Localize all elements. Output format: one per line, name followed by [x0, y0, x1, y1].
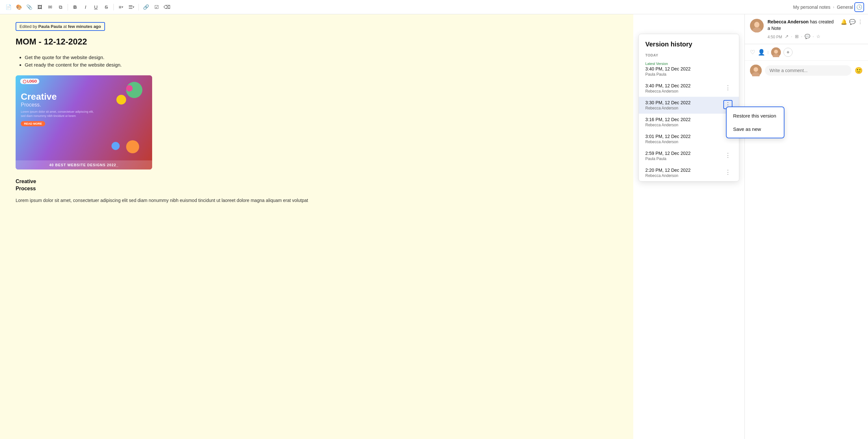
- list-icon[interactable]: ☰▾: [127, 3, 136, 12]
- image-icon[interactable]: 🖼: [35, 3, 44, 12]
- version-item-2[interactable]: 3:40 PM, 12 Dec 2022 Rebecca Anderson ⋮: [639, 80, 739, 97]
- edited-suffix: at: [62, 24, 68, 29]
- breadcrumb-note[interactable]: My personal notes: [793, 5, 830, 10]
- image-title-block: Creative Process. Lorem ipsum dolor sit …: [21, 92, 94, 126]
- italic-icon[interactable]: I: [81, 3, 90, 12]
- version-item-6[interactable]: 2:59 PM, 12 Dec 2022 Paula Paula ⋮: [639, 147, 739, 164]
- version-item-5[interactable]: 3:01 PM, 12 Dec 2022 Rebecca Anderson: [639, 131, 739, 147]
- version-item-1-info: Latest Version 3:40 PM, 12 Dec 2022 Paul…: [645, 62, 733, 77]
- underline-icon[interactable]: U: [91, 3, 100, 12]
- edited-badge: Edited by Paula Paula at few minutes ago: [16, 22, 105, 31]
- rs-reactions-row: ♡ 👤 | +: [745, 44, 868, 61]
- edited-prefix: Edited by: [20, 24, 38, 29]
- section-creative: Creative: [16, 178, 618, 184]
- deco-circle-5: [112, 142, 120, 150]
- bullet-item-1: Get the quote for the website design.: [25, 55, 618, 60]
- history-icon: 🕓: [856, 4, 863, 10]
- version-history-button[interactable]: 🕓: [854, 2, 864, 12]
- page-icon[interactable]: 📄: [4, 3, 13, 12]
- bold-icon[interactable]: B: [70, 3, 80, 12]
- version-7-author: Rebecca Anderson: [645, 173, 723, 178]
- toolbar: 📄 🎨 📎 🖼 ✉ ⧉ B I U S ≡▾ ☰▾ 🔗 ☑ ⌫ My perso…: [0, 0, 868, 14]
- breadcrumb-arrow: ›: [833, 5, 834, 9]
- image-big-text: Creative: [21, 92, 94, 102]
- rs-sub-row: 4:50 PM ↗ • ⊞ • 💬 • ☆: [768, 33, 837, 39]
- rs-reactions-divider: |: [768, 50, 769, 54]
- version-3-time: 3:30 PM, 12 Dec 2022: [645, 100, 723, 105]
- version-6-menu-btn[interactable]: ⋮: [723, 151, 733, 160]
- embed-icon[interactable]: ⧉: [56, 3, 65, 12]
- version-6-author: Paula Paula: [645, 157, 723, 161]
- rs-header-info: Rebecca Anderson has created a Note 4:50…: [768, 19, 837, 39]
- edited-time: few minutes ago: [68, 24, 101, 29]
- version-item-4[interactable]: 3:16 PM, 12 Dec 2022 Rebecca Anderson: [639, 114, 739, 131]
- send-icon[interactable]: ✉: [45, 3, 55, 12]
- image-footer-bar: 40 BEST WEBSITE DESIGNS 2022_: [16, 160, 152, 169]
- deco-circle-3: [126, 85, 133, 92]
- breadcrumb-section[interactable]: General: [837, 5, 853, 10]
- version-2-time: 3:40 PM, 12 Dec 2022: [645, 83, 723, 88]
- rs-notification-author: Rebecca Anderson: [768, 19, 808, 24]
- version-7-menu-btn[interactable]: ⋮: [723, 168, 733, 177]
- strikethrough-icon[interactable]: S: [102, 3, 111, 12]
- creative-process-image: ◯ LOGO Creative Process. Lorem ipsum dol…: [16, 75, 152, 169]
- rs-alarm-icon[interactable]: 🔔: [841, 19, 847, 25]
- rs-heart-icon[interactable]: ♡: [750, 49, 755, 56]
- rs-author-avatar: [750, 19, 764, 32]
- rs-comment-area: 🙂: [745, 61, 868, 80]
- divider-2: [114, 4, 114, 10]
- attachment-icon[interactable]: 📎: [25, 3, 34, 12]
- version-5-time: 3:01 PM, 12 Dec 2022: [645, 134, 733, 139]
- version-item-5-info: 3:01 PM, 12 Dec 2022 Rebecca Anderson: [645, 134, 733, 144]
- version-3-author: Rebecca Anderson: [645, 106, 723, 110]
- version-7-time: 2:20 PM, 12 Dec 2022: [645, 168, 723, 173]
- version-item-3[interactable]: 3:30 PM, 12 Dec 2022 Rebecca Anderson ⋮ …: [639, 97, 739, 114]
- align-icon[interactable]: ≡▾: [116, 3, 125, 12]
- version-context-menu: Restore this version Save as new: [726, 106, 784, 138]
- svg-point-4: [774, 50, 778, 54]
- version-item-3-info: 3:30 PM, 12 Dec 2022 Rebecca Anderson: [645, 100, 723, 110]
- rs-person-icon[interactable]: 👤: [758, 49, 765, 56]
- link-icon[interactable]: 🔗: [142, 3, 151, 12]
- rs-star-icon[interactable]: ☆: [816, 34, 820, 39]
- version-2-author: Rebecca Anderson: [645, 89, 723, 94]
- rs-bubble-icon[interactable]: 💬: [805, 34, 810, 39]
- version-1-time: 3:40 PM, 12 Dec 2022: [645, 66, 733, 71]
- rs-user-avatar-reaction: [771, 47, 781, 57]
- version-history-panel: Version history TODAY Latest Version 3:4…: [639, 34, 739, 181]
- section-process: Process: [16, 186, 618, 192]
- save-as-new-item[interactable]: Save as new: [726, 123, 784, 136]
- doc-paragraph: Lorem ipsum dolor sit amet, consectetuer…: [16, 197, 618, 204]
- version-item-1[interactable]: Latest Version 3:40 PM, 12 Dec 2022 Paul…: [639, 59, 739, 80]
- right-sidebar: Rebecca Anderson has created a Note 4:50…: [744, 14, 868, 439]
- rs-add-reaction-btn[interactable]: +: [783, 48, 793, 57]
- eraser-icon[interactable]: ⌫: [162, 3, 171, 12]
- image-read-btn: READ MORE: [21, 121, 45, 126]
- deco-circle-4: [126, 140, 139, 153]
- edited-author: Paula Paula: [38, 24, 62, 29]
- rs-external-icon[interactable]: ↗: [785, 34, 789, 39]
- version-1-author: Paula Paula: [645, 72, 733, 77]
- comment-input[interactable]: [765, 65, 851, 76]
- bullet-item-2: Get ready the content for the website de…: [25, 62, 618, 68]
- emoji-btn[interactable]: 🙂: [855, 67, 863, 74]
- image-sub-text: Process.: [21, 102, 94, 108]
- image-logo: ◯ LOGO: [20, 78, 39, 84]
- rs-more-icon[interactable]: ⋮: [858, 19, 863, 25]
- rs-time: 4:50 PM: [768, 35, 782, 39]
- restore-version-item[interactable]: Restore this version: [726, 109, 784, 123]
- version-item-6-info: 2:59 PM, 12 Dec 2022 Paula Paula: [645, 151, 723, 161]
- version-item-7[interactable]: 2:20 PM, 12 Dec 2022 Rebecca Anderson ⋮: [639, 164, 739, 181]
- rs-header-icons: 🔔 💬 ⋮: [841, 19, 863, 25]
- version-2-menu-btn[interactable]: ⋮: [723, 83, 733, 92]
- palette-icon[interactable]: 🎨: [14, 3, 23, 12]
- checkbox-icon[interactable]: ☑: [152, 3, 161, 12]
- rs-chat-icon[interactable]: 💬: [849, 19, 856, 25]
- version-item-2-info: 3:40 PM, 12 Dec 2022 Rebecca Anderson: [645, 83, 723, 94]
- version-panel-title: Version history: [639, 34, 739, 50]
- editor-area[interactable]: Edited by Paula Paula at few minutes ago…: [0, 14, 633, 439]
- rs-copy-icon[interactable]: ⊞: [795, 34, 799, 39]
- main-layout: Edited by Paula Paula at few minutes ago…: [0, 14, 868, 439]
- image-lorem: Lorem ipsum dolor sit amet, consectetuer…: [21, 110, 94, 118]
- version-latest-label: Latest Version: [645, 62, 733, 66]
